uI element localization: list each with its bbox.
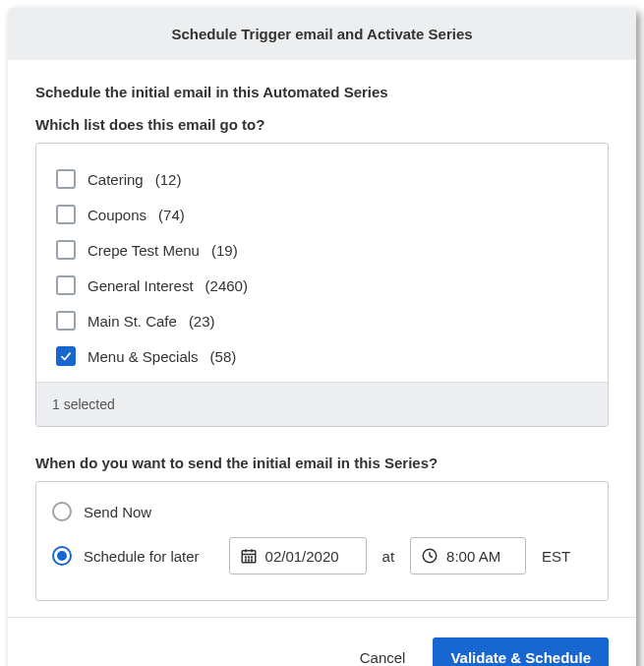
- date-value: 02/01/2020: [265, 548, 339, 565]
- modal-footer: Cancel Validate & Schedule: [8, 617, 636, 666]
- send-now-option[interactable]: Send Now: [52, 494, 592, 529]
- schedule-modal: Schedule Trigger email and Activate Seri…: [8, 8, 636, 666]
- section-title: Schedule the initial email in this Autom…: [35, 84, 609, 100]
- clock-icon: [421, 547, 439, 565]
- list-item-name: General Interest: [88, 277, 194, 294]
- checkbox[interactable]: [56, 240, 76, 260]
- time-value: 8:00 AM: [446, 548, 500, 565]
- list-item[interactable]: General Interest(2460): [56, 268, 588, 303]
- list-item-name: Coupons: [88, 207, 146, 223]
- modal-header: Schedule Trigger email and Activate Seri…: [8, 8, 636, 60]
- radio-schedule-later[interactable]: [52, 546, 72, 566]
- checkbox[interactable]: [56, 311, 76, 331]
- list-item-count: (12): [155, 171, 182, 188]
- list-item-name: Main St. Cafe: [88, 313, 177, 330]
- list-item[interactable]: Main St. Cafe(23): [56, 303, 588, 338]
- list-item[interactable]: Menu & Specials(58): [56, 338, 588, 374]
- list-item-count: (19): [211, 242, 238, 259]
- svg-point-7: [245, 560, 246, 561]
- send-options: Send Now Schedule for later 02/01/2020 a…: [35, 481, 609, 601]
- list-item-name: Menu & Specials: [88, 348, 199, 365]
- schedule-later-label: Schedule for later: [84, 548, 200, 565]
- schedule-inputs: 02/01/2020 at 8:00 AM EST: [229, 537, 571, 575]
- date-input[interactable]: 02/01/2020: [229, 537, 367, 575]
- svg-point-5: [248, 557, 249, 558]
- send-now-label: Send Now: [84, 504, 151, 520]
- validate-schedule-button[interactable]: Validate & Schedule: [433, 637, 609, 666]
- list-item-count: (58): [210, 348, 237, 365]
- timezone-label: EST: [542, 548, 570, 565]
- svg-point-4: [245, 557, 246, 558]
- list-item[interactable]: Crepe Test Menu(19): [56, 232, 588, 268]
- cancel-button[interactable]: Cancel: [356, 641, 410, 666]
- list-item-name: Catering: [88, 171, 144, 188]
- checkbox[interactable]: [56, 169, 76, 189]
- svg-point-9: [251, 560, 252, 561]
- modal-title: Schedule Trigger email and Activate Seri…: [171, 26, 472, 42]
- at-label: at: [382, 548, 395, 565]
- list-item-name: Crepe Test Menu: [88, 242, 200, 259]
- checkbox[interactable]: [56, 205, 76, 224]
- list-item[interactable]: Catering(12): [56, 161, 588, 197]
- send-question: When do you want to send the initial ema…: [35, 454, 609, 471]
- time-input[interactable]: 8:00 AM: [410, 537, 526, 575]
- list-item-count: (2460): [205, 277, 248, 294]
- list-selector: Catering(12)Coupons(74)Crepe Test Menu(1…: [35, 143, 609, 427]
- svg-line-12: [430, 556, 433, 558]
- checkbox[interactable]: [56, 346, 76, 366]
- checkbox[interactable]: [56, 275, 76, 295]
- svg-point-8: [248, 560, 249, 561]
- radio-send-now[interactable]: [52, 502, 72, 521]
- list-footer: 1 selected: [36, 382, 608, 426]
- modal-body: Schedule the initial email in this Autom…: [8, 60, 636, 617]
- list-item-count: (74): [158, 207, 185, 223]
- list-item-count: (23): [189, 313, 215, 330]
- list-item[interactable]: Coupons(74): [56, 197, 588, 232]
- list-scroll[interactable]: Catering(12)Coupons(74)Crepe Test Menu(1…: [36, 144, 608, 382]
- schedule-later-option[interactable]: Schedule for later 02/01/2020 at 8:00 AM…: [52, 529, 592, 582]
- svg-point-6: [251, 557, 252, 558]
- calendar-icon: [240, 547, 258, 565]
- list-question: Which list does this email go to?: [35, 116, 609, 133]
